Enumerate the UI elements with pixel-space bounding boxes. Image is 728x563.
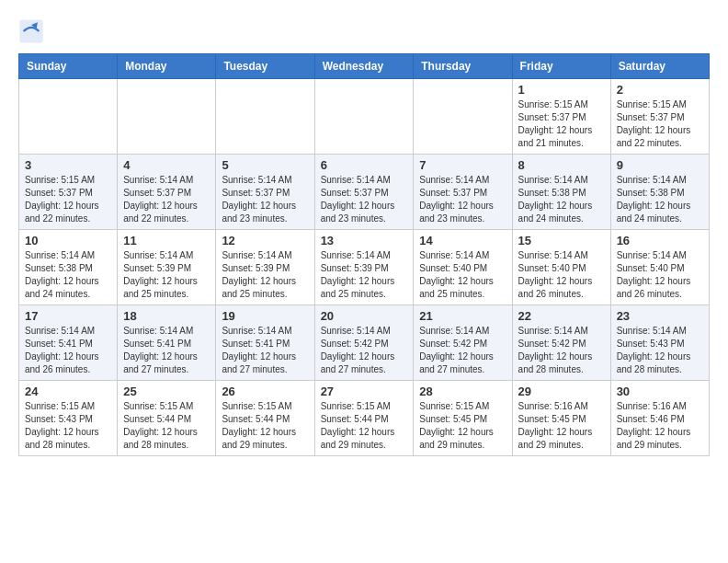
- weekday-header: Monday: [118, 54, 216, 79]
- day-info: Sunrise: 5:15 AM Sunset: 5:44 PM Dayligh…: [222, 400, 308, 452]
- day-number: 28: [419, 385, 506, 398]
- calendar-cell: 15Sunrise: 5:14 AM Sunset: 5:40 PM Dayli…: [512, 230, 610, 305]
- day-number: 7: [419, 158, 506, 172]
- day-info: Sunrise: 5:16 AM Sunset: 5:45 PM Dayligh…: [518, 400, 605, 452]
- calendar-cell: [19, 79, 118, 155]
- day-number: 24: [25, 385, 111, 398]
- calendar-cell: [118, 79, 216, 155]
- calendar-cell: [314, 79, 414, 155]
- day-number: 14: [419, 234, 506, 247]
- svg-rect-0: [19, 19, 42, 42]
- calendar-cell: 14Sunrise: 5:14 AM Sunset: 5:40 PM Dayli…: [414, 230, 512, 305]
- logo: [18, 18, 48, 44]
- calendar-cell: 19Sunrise: 5:14 AM Sunset: 5:41 PM Dayli…: [216, 305, 314, 381]
- day-info: Sunrise: 5:14 AM Sunset: 5:38 PM Dayligh…: [518, 174, 605, 225]
- calendar-week-row: 24Sunrise: 5:15 AM Sunset: 5:43 PM Dayli…: [19, 381, 710, 456]
- day-number: 25: [123, 385, 210, 398]
- day-number: 22: [518, 309, 605, 323]
- day-info: Sunrise: 5:14 AM Sunset: 5:40 PM Dayligh…: [518, 249, 605, 301]
- day-number: 11: [123, 234, 210, 247]
- calendar-cell: 6Sunrise: 5:14 AM Sunset: 5:37 PM Daylig…: [314, 155, 414, 230]
- calendar-cell: 24Sunrise: 5:15 AM Sunset: 5:43 PM Dayli…: [19, 381, 118, 456]
- day-info: Sunrise: 5:14 AM Sunset: 5:37 PM Dayligh…: [419, 174, 506, 225]
- day-info: Sunrise: 5:14 AM Sunset: 5:39 PM Dayligh…: [321, 249, 408, 301]
- calendar-cell: 21Sunrise: 5:14 AM Sunset: 5:42 PM Dayli…: [414, 305, 512, 381]
- day-number: 26: [222, 385, 308, 398]
- day-number: 12: [222, 234, 308, 247]
- day-info: Sunrise: 5:14 AM Sunset: 5:38 PM Dayligh…: [617, 174, 703, 225]
- calendar-cell: 4Sunrise: 5:14 AM Sunset: 5:37 PM Daylig…: [118, 155, 216, 230]
- calendar-week-row: 10Sunrise: 5:14 AM Sunset: 5:38 PM Dayli…: [19, 230, 710, 305]
- day-number: 15: [518, 234, 605, 247]
- calendar-cell: 26Sunrise: 5:15 AM Sunset: 5:44 PM Dayli…: [216, 381, 314, 456]
- day-info: Sunrise: 5:14 AM Sunset: 5:39 PM Dayligh…: [123, 249, 210, 301]
- day-number: 4: [123, 158, 210, 172]
- day-info: Sunrise: 5:14 AM Sunset: 5:42 PM Dayligh…: [321, 325, 408, 376]
- day-number: 5: [222, 158, 308, 172]
- day-info: Sunrise: 5:14 AM Sunset: 5:41 PM Dayligh…: [222, 325, 308, 376]
- calendar-cell: 13Sunrise: 5:14 AM Sunset: 5:39 PM Dayli…: [314, 230, 414, 305]
- day-info: Sunrise: 5:15 AM Sunset: 5:37 PM Dayligh…: [617, 98, 703, 150]
- day-number: 1: [518, 83, 605, 97]
- calendar-cell: 10Sunrise: 5:14 AM Sunset: 5:38 PM Dayli…: [19, 230, 118, 305]
- day-info: Sunrise: 5:14 AM Sunset: 5:38 PM Dayligh…: [25, 249, 111, 301]
- day-number: 16: [617, 234, 703, 247]
- day-number: 18: [123, 309, 210, 323]
- day-info: Sunrise: 5:14 AM Sunset: 5:37 PM Dayligh…: [321, 174, 408, 225]
- calendar-cell: 17Sunrise: 5:14 AM Sunset: 5:41 PM Dayli…: [19, 305, 118, 381]
- calendar-cell: 8Sunrise: 5:14 AM Sunset: 5:38 PM Daylig…: [512, 155, 610, 230]
- weekday-header: Saturday: [610, 54, 709, 79]
- calendar-cell: 22Sunrise: 5:14 AM Sunset: 5:42 PM Dayli…: [512, 305, 610, 381]
- day-info: Sunrise: 5:14 AM Sunset: 5:40 PM Dayligh…: [617, 249, 703, 301]
- weekday-header: Tuesday: [216, 54, 314, 79]
- calendar-table: SundayMondayTuesdayWednesdayThursdayFrid…: [18, 53, 710, 456]
- day-number: 3: [25, 158, 111, 172]
- day-number: 17: [25, 309, 111, 323]
- day-info: Sunrise: 5:15 AM Sunset: 5:37 PM Dayligh…: [518, 98, 605, 150]
- calendar-cell: 1Sunrise: 5:15 AM Sunset: 5:37 PM Daylig…: [512, 79, 610, 155]
- day-number: 8: [518, 158, 605, 172]
- calendar-cell: 27Sunrise: 5:15 AM Sunset: 5:44 PM Dayli…: [314, 381, 414, 456]
- calendar-week-row: 1Sunrise: 5:15 AM Sunset: 5:37 PM Daylig…: [19, 79, 710, 155]
- day-info: Sunrise: 5:15 AM Sunset: 5:44 PM Dayligh…: [123, 400, 210, 452]
- day-number: 29: [518, 385, 605, 398]
- day-number: 9: [617, 158, 703, 172]
- day-number: 10: [25, 234, 111, 247]
- day-number: 21: [419, 309, 506, 323]
- calendar-cell: 28Sunrise: 5:15 AM Sunset: 5:45 PM Dayli…: [414, 381, 512, 456]
- calendar-cell: 20Sunrise: 5:14 AM Sunset: 5:42 PM Dayli…: [314, 305, 414, 381]
- day-number: 23: [617, 309, 703, 323]
- day-number: 19: [222, 309, 308, 323]
- day-info: Sunrise: 5:14 AM Sunset: 5:39 PM Dayligh…: [222, 249, 308, 301]
- day-info: Sunrise: 5:14 AM Sunset: 5:41 PM Dayligh…: [25, 325, 111, 376]
- day-number: 2: [617, 83, 703, 97]
- day-info: Sunrise: 5:14 AM Sunset: 5:43 PM Dayligh…: [617, 325, 703, 376]
- day-number: 30: [617, 385, 703, 398]
- weekday-header: Friday: [512, 54, 610, 79]
- calendar-cell: 2Sunrise: 5:15 AM Sunset: 5:37 PM Daylig…: [610, 79, 709, 155]
- day-info: Sunrise: 5:15 AM Sunset: 5:43 PM Dayligh…: [25, 400, 111, 452]
- calendar-cell: [216, 79, 314, 155]
- calendar-cell: 18Sunrise: 5:14 AM Sunset: 5:41 PM Dayli…: [118, 305, 216, 381]
- calendar-cell: 3Sunrise: 5:15 AM Sunset: 5:37 PM Daylig…: [19, 155, 118, 230]
- day-info: Sunrise: 5:14 AM Sunset: 5:40 PM Dayligh…: [419, 249, 506, 301]
- calendar-cell: 16Sunrise: 5:14 AM Sunset: 5:40 PM Dayli…: [610, 230, 709, 305]
- calendar-cell: 7Sunrise: 5:14 AM Sunset: 5:37 PM Daylig…: [414, 155, 512, 230]
- day-info: Sunrise: 5:15 AM Sunset: 5:37 PM Dayligh…: [25, 174, 111, 225]
- day-info: Sunrise: 5:14 AM Sunset: 5:37 PM Dayligh…: [222, 174, 308, 225]
- calendar-cell: 25Sunrise: 5:15 AM Sunset: 5:44 PM Dayli…: [118, 381, 216, 456]
- weekday-header: Thursday: [414, 54, 512, 79]
- weekday-header: Sunday: [19, 54, 118, 79]
- calendar-cell: 30Sunrise: 5:16 AM Sunset: 5:46 PM Dayli…: [610, 381, 709, 456]
- calendar-cell: 9Sunrise: 5:14 AM Sunset: 5:38 PM Daylig…: [610, 155, 709, 230]
- calendar-cell: 29Sunrise: 5:16 AM Sunset: 5:45 PM Dayli…: [512, 381, 610, 456]
- day-number: 27: [321, 385, 408, 398]
- day-number: 13: [321, 234, 408, 247]
- day-info: Sunrise: 5:15 AM Sunset: 5:45 PM Dayligh…: [419, 400, 506, 452]
- day-number: 20: [321, 309, 408, 323]
- calendar-cell: 12Sunrise: 5:14 AM Sunset: 5:39 PM Dayli…: [216, 230, 314, 305]
- calendar-cell: 23Sunrise: 5:14 AM Sunset: 5:43 PM Dayli…: [610, 305, 709, 381]
- calendar-week-row: 3Sunrise: 5:15 AM Sunset: 5:37 PM Daylig…: [19, 155, 710, 230]
- day-info: Sunrise: 5:14 AM Sunset: 5:42 PM Dayligh…: [518, 325, 605, 376]
- day-info: Sunrise: 5:14 AM Sunset: 5:37 PM Dayligh…: [123, 174, 210, 225]
